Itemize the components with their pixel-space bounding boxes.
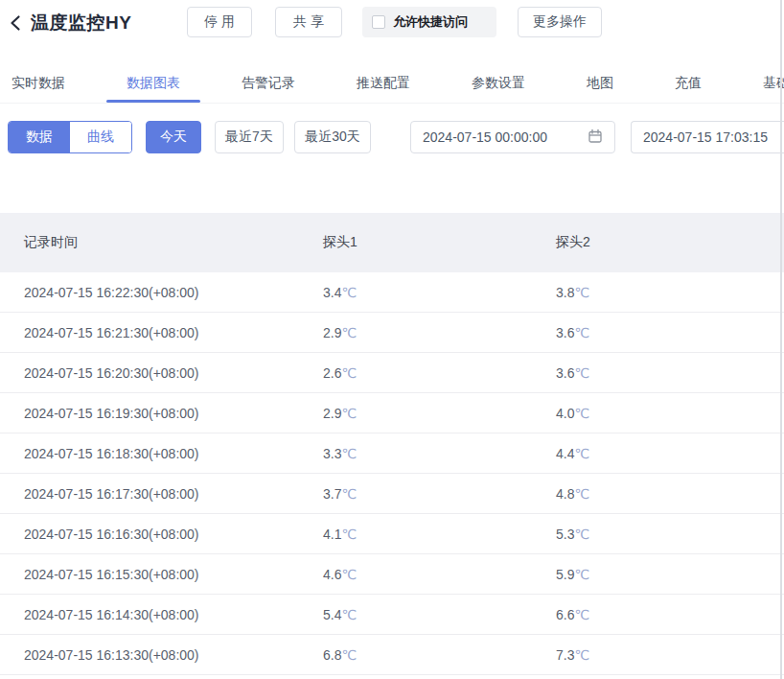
record-time-cell: 2024-07-15 16:17:30(+08:00) [0, 486, 299, 502]
table-row[interactable]: 2024-07-15 16:20:30(+08:00) 2.6℃ 3.6℃ [0, 353, 784, 393]
record-time-cell: 2024-07-15 16:13:30(+08:00) [0, 647, 299, 663]
probe2-cell: 3.8℃ [532, 285, 784, 300]
column-header-probe2: 探头2 [532, 234, 784, 251]
celsius-unit: ℃ [574, 406, 589, 421]
record-time-cell: 2024-07-15 16:18:30(+08:00) [0, 446, 299, 461]
page-title: 温度监控HY [31, 11, 131, 35]
celsius-unit: ℃ [574, 607, 589, 622]
probe2-cell: 4.0℃ [532, 406, 784, 421]
range-last7days-button[interactable]: 最近7天 [215, 121, 284, 153]
calendar-icon[interactable] [588, 129, 603, 147]
quick-access-checkbox[interactable] [372, 15, 385, 29]
celsius-unit: ℃ [574, 647, 589, 663]
back-icon[interactable] [8, 14, 25, 32]
column-header-record-time: 记录时间 [0, 234, 299, 251]
celsius-unit: ℃ [341, 406, 357, 421]
celsius-unit: ℃ [341, 446, 357, 461]
celsius-unit: ℃ [341, 365, 357, 381]
table-row[interactable]: 2024-07-15 16:18:30(+08:00) 3.3℃ 4.4℃ [0, 433, 784, 474]
record-time-cell: 2024-07-15 16:15:30(+08:00) [0, 567, 299, 582]
celsius-unit: ℃ [341, 527, 357, 542]
probe1-cell: 2.6℃ [299, 365, 532, 381]
probe2-cell: 7.3℃ [532, 647, 784, 663]
celsius-unit: ℃ [574, 285, 589, 300]
table-row[interactable]: 2024-07-15 16:19:30(+08:00) 2.9℃ 4.0℃ [0, 393, 784, 433]
celsius-unit: ℃ [574, 446, 589, 461]
range-last30days-button[interactable]: 最近30天 [294, 121, 371, 153]
start-datetime-input[interactable]: 2024-07-15 00:00:00 [410, 121, 615, 153]
record-time-cell: 2024-07-15 16:22:30(+08:00) [0, 285, 299, 300]
share-button[interactable]: 共 享 [275, 7, 342, 37]
tab-bar: 实时数据 数据图表 告警记录 推送配置 参数设置 地图 充值 基础 [0, 63, 784, 104]
celsius-unit: ℃ [574, 325, 589, 340]
table-row[interactable]: 2024-07-15 16:16:30(+08:00) 4.1℃ 5.3℃ [0, 514, 784, 554]
page-header: 温度监控HY 停 用 共 享 允许快捷访问 更多操作 [8, 7, 784, 39]
probe1-cell: 2.9℃ [299, 325, 532, 340]
tab-push-config[interactable]: 推送配置 [357, 63, 410, 103]
celsius-unit: ℃ [341, 285, 357, 300]
view-mode-toggle: 数据 曲线 [8, 121, 132, 153]
record-time-cell: 2024-07-15 16:16:30(+08:00) [0, 527, 299, 542]
table-row[interactable]: 2024-07-15 16:14:30(+08:00) 5.4℃ 6.6℃ [0, 595, 784, 635]
celsius-unit: ℃ [341, 647, 357, 663]
view-curve-button[interactable]: 曲线 [70, 122, 131, 152]
column-header-probe1: 探头1 [299, 234, 532, 251]
tab-recharge[interactable]: 充值 [675, 63, 702, 103]
view-data-button[interactable]: 数据 [9, 122, 70, 152]
celsius-unit: ℃ [574, 486, 589, 502]
celsius-unit: ℃ [574, 527, 589, 542]
probe1-cell: 3.3℃ [299, 446, 532, 461]
disable-button[interactable]: 停 用 [187, 7, 252, 37]
celsius-unit: ℃ [341, 325, 357, 340]
start-datetime-value: 2024-07-15 00:00:00 [423, 129, 547, 145]
data-table: 记录时间 探头1 探头2 2024-07-15 16:22:30(+08:00)… [0, 213, 784, 675]
probe1-cell: 4.1℃ [299, 527, 532, 542]
record-time-cell: 2024-07-15 16:14:30(+08:00) [0, 607, 299, 622]
tab-alarm-records[interactable]: 告警记录 [242, 63, 295, 103]
celsius-unit: ℃ [574, 567, 589, 582]
probe1-cell: 3.4℃ [299, 285, 532, 300]
probe1-cell: 4.6℃ [299, 567, 532, 582]
filter-bar: 数据 曲线 今天 最近7天 最近30天 2024-07-15 00:00:00 … [8, 121, 784, 153]
probe2-cell: 3.6℃ [532, 365, 784, 381]
celsius-unit: ℃ [341, 486, 357, 502]
tab-data-charts[interactable]: 数据图表 [127, 63, 180, 103]
probe2-cell: 3.6℃ [532, 325, 784, 340]
table-row[interactable]: 2024-07-15 16:15:30(+08:00) 4.6℃ 5.9℃ [0, 554, 784, 595]
probe2-cell: 5.3℃ [532, 527, 784, 542]
table-row[interactable]: 2024-07-15 16:17:30(+08:00) 3.7℃ 4.8℃ [0, 474, 784, 514]
table-row[interactable]: 2024-07-15 16:21:30(+08:00) 2.9℃ 3.6℃ [0, 313, 784, 353]
end-datetime-value: 2024-07-15 17:03:15 [643, 129, 768, 145]
tab-parameter-settings[interactable]: 参数设置 [472, 63, 525, 103]
probe1-cell: 5.4℃ [299, 607, 532, 622]
probe2-cell: 4.8℃ [532, 486, 784, 502]
quick-access-label: 允许快捷访问 [393, 13, 468, 31]
tab-realtime-data[interactable]: 实时数据 [12, 63, 65, 103]
table-row[interactable]: 2024-07-15 16:13:30(+08:00) 6.8℃ 7.3℃ [0, 635, 784, 675]
table-row[interactable]: 2024-07-15 16:22:30(+08:00) 3.4℃ 3.8℃ [0, 272, 784, 313]
scrollbar-track[interactable] [780, 0, 782, 679]
probe1-cell: 2.9℃ [299, 406, 532, 421]
probe2-cell: 4.4℃ [532, 446, 784, 461]
probe2-cell: 5.9℃ [532, 567, 784, 582]
range-today-button[interactable]: 今天 [146, 121, 201, 153]
more-actions-button[interactable]: 更多操作 [518, 7, 602, 37]
celsius-unit: ℃ [341, 567, 357, 582]
table-header-row: 记录时间 探头1 探头2 [0, 213, 784, 272]
probe1-cell: 3.7℃ [299, 486, 532, 502]
tab-map[interactable]: 地图 [587, 63, 613, 103]
celsius-unit: ℃ [574, 365, 589, 381]
probe2-cell: 6.6℃ [532, 607, 784, 622]
quick-access-toggle[interactable]: 允许快捷访问 [362, 7, 496, 37]
celsius-unit: ℃ [341, 607, 357, 622]
app-window: 温度监控HY 停 用 共 享 允许快捷访问 更多操作 实时数据 数据图表 告警记… [0, 0, 784, 679]
probe1-cell: 6.8℃ [299, 647, 532, 663]
record-time-cell: 2024-07-15 16:19:30(+08:00) [0, 406, 299, 421]
record-time-cell: 2024-07-15 16:20:30(+08:00) [0, 365, 299, 381]
record-time-cell: 2024-07-15 16:21:30(+08:00) [0, 325, 299, 340]
end-datetime-input[interactable]: 2024-07-15 17:03:15 [631, 121, 784, 153]
